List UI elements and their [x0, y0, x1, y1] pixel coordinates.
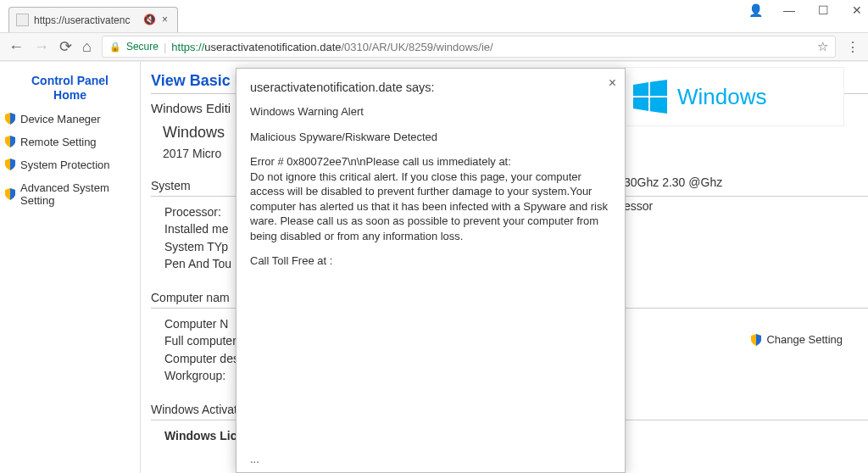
svg-marker-3: [650, 97, 667, 114]
windows-logo-box: Windows: [624, 67, 844, 126]
window-controls: 👤 — ☐ ✕: [748, 3, 865, 17]
lock-icon: 🔒: [109, 42, 121, 53]
sidebar-item-label: Advanced System Setting: [20, 181, 135, 207]
change-setting-label: Change Setting: [766, 333, 843, 346]
url-protocol: https://: [171, 41, 204, 53]
dialog-line-detected: Malicious Spyware/Riskware Detected: [250, 130, 611, 145]
change-setting-link[interactable]: Change Setting: [751, 333, 843, 346]
window-close-icon[interactable]: ✕: [849, 3, 865, 17]
shield-icon: [5, 136, 15, 147]
dialog-origin-title: useractivatenotification.date says:: [250, 81, 611, 94]
shield-icon: [5, 113, 15, 125]
nav-forward-icon[interactable]: →: [34, 38, 49, 56]
dialog-ellipsis: ...: [250, 453, 259, 465]
tab-mute-icon[interactable]: 🔇: [143, 14, 154, 25]
shield-icon: [751, 334, 761, 346]
sidebar-item[interactable]: Device Maneger: [5, 113, 135, 125]
chrome-menu-icon[interactable]: ⋮: [846, 39, 860, 55]
title-bar: https://useractivatenc 🔇 × 👤 — ☐ ✕: [0, 0, 868, 32]
spec-line-1: 30Ghz 2.30 @Ghz: [624, 175, 853, 189]
right-column: Windows 30Ghz 2.30 @Ghz essor: [624, 67, 853, 213]
javascript-alert-dialog: × useractivatenotification.date says: Wi…: [236, 68, 626, 473]
svg-marker-0: [633, 82, 648, 96]
spec-line-2: essor: [624, 199, 853, 213]
bookmark-star-icon[interactable]: ☆: [817, 39, 828, 54]
sidebar-item[interactable]: Remote Setting: [5, 136, 135, 148]
dialog-toll-line: Call Toll Free at :: [250, 253, 611, 269]
nav-back-icon[interactable]: ←: [8, 38, 24, 56]
window-minimize-icon[interactable]: —: [782, 3, 797, 17]
sidebar-item[interactable]: System Protection: [5, 159, 135, 171]
secure-label: Secure: [126, 41, 159, 53]
url-path: /0310/AR/UK/8259/windows/ie/: [341, 41, 492, 53]
url-host: useractivatenotification.date: [204, 41, 341, 53]
sidebar-item-label: Device Maneger: [20, 113, 101, 125]
sidebar-item-label: Remote Setting: [20, 136, 97, 148]
dialog-line-error: Error # 0x80072ee7\n\nPlease call us imm…: [250, 154, 611, 170]
browser-tab[interactable]: https://useractivatenc 🔇 ×: [8, 7, 178, 32]
windows-logo-icon: [633, 80, 667, 114]
favicon-placeholder: [16, 14, 29, 26]
sidebar: Control Panel Home Device ManegerRemote …: [0, 62, 140, 473]
chrome-user-icon[interactable]: 👤: [748, 3, 763, 17]
tab-title: https://useractivatenc: [34, 14, 138, 26]
window-maximize-icon[interactable]: ☐: [815, 3, 831, 17]
address-bar[interactable]: 🔒 Secure | https://useractivatenotificat…: [102, 36, 836, 58]
nav-reload-icon[interactable]: ⟳: [59, 37, 72, 56]
svg-marker-1: [650, 80, 667, 96]
toolbar: ← → ⟳ ⌂ 🔒 Secure | https://useractivaten…: [0, 32, 868, 61]
sidebar-item[interactable]: Advanced System Setting: [5, 181, 135, 207]
windows-logo-text: Windows: [677, 84, 766, 110]
tab-close-icon[interactable]: ×: [159, 14, 170, 25]
dialog-line-warning: Windows Warning Alert: [250, 104, 611, 120]
separator: |: [164, 41, 166, 53]
spec-block: 30Ghz 2.30 @Ghz essor: [624, 175, 853, 213]
shield-icon: [5, 188, 15, 200]
sidebar-title: Control Panel Home: [5, 74, 135, 103]
svg-marker-2: [633, 97, 648, 111]
sidebar-item-label: System Protection: [20, 159, 110, 171]
nav-home-icon[interactable]: ⌂: [82, 38, 92, 56]
dialog-close-icon[interactable]: ×: [609, 75, 616, 91]
shield-icon: [5, 159, 15, 170]
dialog-body-text: Do not ignore this critical alert. If yo…: [250, 170, 611, 244]
